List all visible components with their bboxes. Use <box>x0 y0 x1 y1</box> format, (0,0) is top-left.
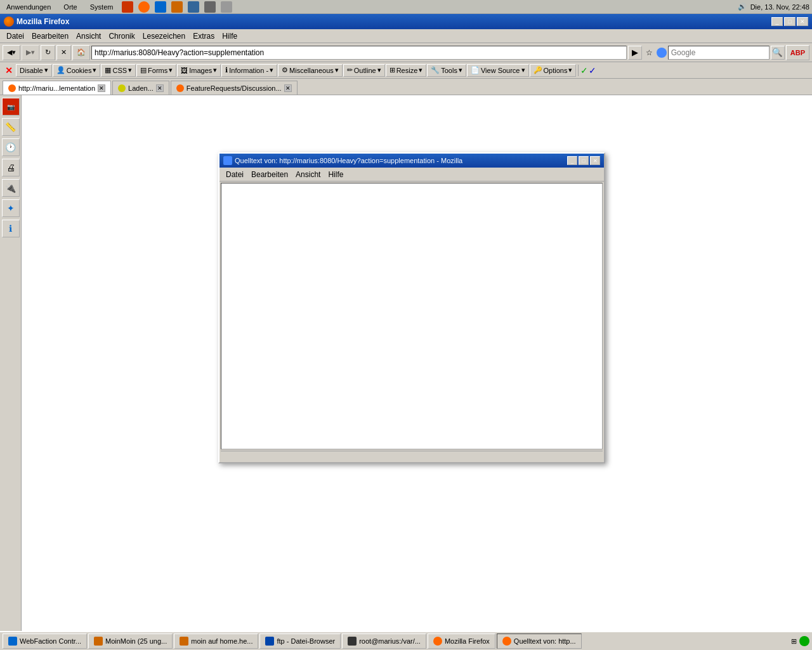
tab-2[interactable]: FeatureRequests/Discussion... ✕ <box>171 81 298 95</box>
sidebar-btn-screenshot[interactable]: 📷 <box>2 98 20 116</box>
taskbar-item-6[interactable]: Quelltext von: http... <box>497 633 582 649</box>
disable-label: Disable <box>20 67 43 74</box>
tab-0-close[interactable]: ✕ <box>98 84 105 92</box>
outline-button[interactable]: ✏ Outline▾ <box>343 64 385 77</box>
css-button[interactable]: ▦ CSS▾ <box>101 64 136 77</box>
forms-button[interactable]: ▤ Forms▾ <box>136 64 176 77</box>
cookies-icon: 👤 <box>56 66 65 74</box>
outline-icon: ✏ <box>347 66 353 74</box>
maximize-button[interactable]: □ <box>784 17 796 26</box>
view-source-icon: 📄 <box>471 66 480 74</box>
taskbar-ok-icon <box>799 636 809 646</box>
taskbar-label-2: moin auf home.he... <box>191 637 252 645</box>
taskbar: WebFaction Contr... MoinMoin (25 ung... … <box>0 631 812 650</box>
cookies-button[interactable]: 👤 Cookies▾ <box>53 64 101 77</box>
taskbar-item-4[interactable]: root@marius:/var/... <box>342 633 426 649</box>
search-input[interactable] <box>668 46 769 60</box>
content-area: 📷 📏 🕐 🖨 🔌 ✦ ℹ Quelltext von: http: <box>0 95 812 636</box>
dialog-restore[interactable]: □ <box>579 156 589 165</box>
forward-button[interactable]: ▶▾ <box>22 45 39 60</box>
menu-history[interactable]: Chronik <box>105 30 138 42</box>
miscellaneous-button[interactable]: ⚙ Miscellaneous▾ <box>278 64 343 77</box>
tools-button[interactable]: 🔧 Tools▾ <box>427 64 466 77</box>
toolbar-close-icon[interactable]: ✕ <box>3 65 15 76</box>
sys-icon-1 <box>122 1 133 13</box>
images-button[interactable]: 🖼 Images▾ <box>177 64 221 77</box>
back-button[interactable]: ◀▾ <box>3 45 20 60</box>
taskbar-item-2[interactable]: moin auf home.he... <box>174 633 258 649</box>
tab-bar: http://mariu...lementation ✕ Laden... ✕ … <box>0 79 812 95</box>
source-dialog: Quelltext von: http://marius:8080/Heavy?… <box>218 152 605 463</box>
dialog-menu-help[interactable]: Hilfe <box>324 169 347 180</box>
reload-button[interactable]: ↻ <box>41 45 55 60</box>
go-button[interactable]: ▶ <box>628 46 642 60</box>
sidebar-btn-clock[interactable]: 🕐 <box>2 138 20 156</box>
home-button[interactable]: 🏠 <box>72 45 90 60</box>
stop-button[interactable]: ✕ <box>56 45 71 60</box>
dialog-close[interactable]: ✕ <box>590 156 600 165</box>
datetime: Die, 13. Nov, 22:48 <box>750 3 809 11</box>
tab-1-icon <box>118 84 126 92</box>
menu-extras[interactable]: Extras <box>189 30 218 42</box>
taskbar-item-1[interactable]: MoinMoin (25 ung... <box>88 633 173 649</box>
dialog-source-content[interactable] <box>221 183 603 449</box>
taskbar-item-3[interactable]: ftp - Datei-Browser <box>259 633 341 649</box>
dialog-menu-file[interactable]: Datei <box>222 169 247 180</box>
sidebar-btn-plugin[interactable]: 🔌 <box>2 179 20 197</box>
sidebar-btn-print[interactable]: 🖨 <box>2 159 20 176</box>
taskbar-label-4: root@marius:/var/... <box>359 637 421 645</box>
tab-2-label: FeatureRequests/Discussion... <box>187 84 282 92</box>
taskbar-label-5: Mozilla Firefox <box>445 637 490 645</box>
sys-icon-5 <box>188 1 199 13</box>
menu-file[interactable]: Datei <box>3 30 28 42</box>
close-button[interactable]: ✕ <box>797 17 808 26</box>
tab-1-label: Laden... <box>128 84 154 92</box>
bookmark-icon[interactable]: ☆ <box>643 47 655 58</box>
sidebar-btn-ruler[interactable]: 📏 <box>2 118 20 136</box>
taskbar-item-0[interactable]: WebFaction Contr... <box>3 633 87 649</box>
volume-icon[interactable]: 🔊 <box>738 3 747 11</box>
adblock-button[interactable]: ABP <box>786 45 809 60</box>
minimize-button[interactable]: _ <box>771 17 783 26</box>
search-button[interactable]: 🔍 <box>771 46 785 60</box>
view-source-button[interactable]: 📄 View Source▾ <box>467 64 529 77</box>
dialog-menu-edit[interactable]: Bearbeiten <box>247 169 292 180</box>
taskbar-item-5[interactable]: Mozilla Firefox <box>428 633 495 649</box>
menu-help[interactable]: Hilfe <box>218 30 241 42</box>
sys-icon-6 <box>204 1 216 13</box>
taskbar-label-1: MoinMoin (25 ung... <box>105 637 167 645</box>
information-button[interactable]: ℹ Information -▾ <box>221 64 277 77</box>
options-button[interactable]: 🔑 Options▾ <box>530 64 577 77</box>
tab-1-close[interactable]: ✕ <box>156 84 164 92</box>
check-green-icon: ✓ <box>580 65 588 76</box>
dialog-minimize[interactable]: _ <box>567 156 577 165</box>
system-bar: Anwendungen Orte System 🔊 Die, 13. Nov, … <box>0 0 812 14</box>
dialog-menu-view[interactable]: Ansicht <box>292 169 324 180</box>
taskbar-layout-icon[interactable]: ⊞ <box>791 637 797 646</box>
sidebar-btn-info[interactable]: ℹ <box>2 220 20 237</box>
places-menu[interactable]: Orte <box>60 2 81 12</box>
disable-button[interactable]: Disable▾ <box>16 64 52 77</box>
check-blue-icon: ✓ <box>589 65 596 76</box>
resize-button[interactable]: ⊞ Resize▾ <box>386 64 427 77</box>
tab-2-icon <box>176 84 184 92</box>
taskbar-icon-4 <box>348 637 357 646</box>
sidebar-btn-star[interactable]: ✦ <box>2 199 20 217</box>
options-icon: 🔑 <box>534 66 542 74</box>
dev-toolbar: ✕ Disable▾ 👤 Cookies▾ ▦ CSS▾ ▤ Forms▾ 🖼 … <box>0 62 812 79</box>
tab-1[interactable]: Laden... ✕ <box>112 81 169 95</box>
taskbar-icon-0 <box>8 637 17 646</box>
tab-0[interactable]: http://mariu...lementation ✕ <box>3 81 111 95</box>
menu-edit[interactable]: Bearbeiten <box>28 30 72 42</box>
system-menu[interactable]: System <box>86 2 117 12</box>
menu-view[interactable]: Ansicht <box>72 30 105 42</box>
menu-bookmarks[interactable]: Lesezeichen <box>139 30 189 42</box>
tab-2-close[interactable]: ✕ <box>284 84 292 92</box>
taskbar-right: ⊞ <box>791 636 809 646</box>
url-input[interactable] <box>91 46 627 60</box>
dialog-menu-bar: Datei Bearbeiten Ansicht Hilfe <box>219 168 604 182</box>
sys-icon-3 <box>155 1 166 13</box>
apps-menu[interactable]: Anwendungen <box>3 2 55 12</box>
search-engine-icon <box>657 48 667 58</box>
taskbar-label-3: ftp - Datei-Browser <box>277 637 335 645</box>
